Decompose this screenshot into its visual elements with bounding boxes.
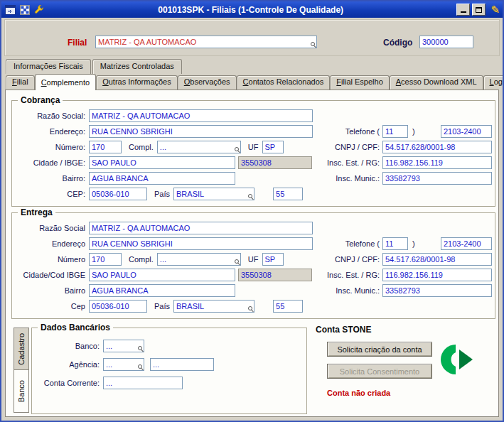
- cobranca-pais-input[interactable]: [173, 188, 254, 200]
- lookup-icon[interactable]: [137, 345, 144, 352]
- upper-tab-bar: Informações Fiscais Matrizes Controladas: [6, 59, 182, 74]
- cobranca-bairro-input[interactable]: [89, 172, 235, 185]
- dados-bancarios-title: Dados Bancários: [38, 323, 113, 332]
- tab-complemento[interactable]: Complemento: [35, 74, 97, 90]
- wrench-icon[interactable]: [33, 4, 45, 16]
- cobranca-compl-input[interactable]: [157, 141, 241, 153]
- filial-input[interactable]: [95, 36, 317, 48]
- form-row: Bairro:: [14, 171, 326, 186]
- maximize-button[interactable]: [472, 4, 486, 16]
- conta-corrente-input[interactable]: [103, 377, 183, 389]
- codigo-input[interactable]: [419, 36, 473, 48]
- pais-label: País: [147, 302, 173, 310]
- entrega-uf-input[interactable]: [262, 253, 284, 266]
- endereco-label: Endereço: [14, 239, 89, 248]
- lookup-icon[interactable]: [234, 259, 240, 265]
- solicita-criacao-conta-button[interactable]: Solicita criação da conta: [327, 342, 432, 357]
- solicita-consentimento-button: Solicita Consentimento: [327, 364, 432, 379]
- cobranca-insc-mun-input[interactable]: [382, 172, 492, 185]
- cobranca-cep-input[interactable]: [89, 188, 147, 200]
- tab-acesso-download-xml[interactable]: Acesso Download XML: [390, 75, 483, 90]
- side-tab-cadastro[interactable]: Cadastro: [14, 328, 29, 370]
- cnpj-cpf-label: CNPJ / CPF:: [318, 255, 382, 264]
- dados-bancarios-group: Dados Bancários Banco: Agência:: [31, 328, 307, 414]
- telefone-label: Telefone (: [318, 127, 382, 136]
- form-row: Bairro: [14, 283, 326, 298]
- tab-observacoes[interactable]: Observações: [178, 75, 237, 90]
- side-tab-banco[interactable]: Banco: [14, 370, 29, 413]
- entrega-telefone-input[interactable]: [441, 237, 492, 250]
- agencia-descricao-input[interactable]: [150, 358, 214, 371]
- tab-filial[interactable]: Filial: [6, 75, 35, 90]
- edit-pencil-icon[interactable]: ✎: [490, 4, 500, 15]
- cobranca-ibge-input: [238, 156, 312, 169]
- form-row: Insc. Est. / RG:: [318, 267, 492, 283]
- app-window: 001013SPK - Filiais (1-Controle De Quali…: [0, 0, 504, 422]
- entrega-cidade-input[interactable]: [89, 269, 235, 281]
- numero-label: Número:: [14, 143, 89, 151]
- entrega-endereco-input[interactable]: [89, 237, 313, 250]
- cep-label: CEP:: [14, 190, 89, 198]
- minimize-icon: [461, 11, 466, 13]
- cobranca-telefone-input[interactable]: [441, 125, 492, 138]
- form-row: Cep País: [14, 298, 326, 314]
- entrega-ddd-input[interactable]: [382, 237, 408, 250]
- insc-munic-label: Insc. Munic.:: [318, 286, 382, 295]
- cobranca-insc-est-input[interactable]: [382, 156, 492, 169]
- cobranca-ddi-input[interactable]: [273, 188, 303, 200]
- form-row: Endereço: [14, 236, 326, 251]
- tab-matrizes-controladas[interactable]: Matrizes Controladas: [92, 59, 182, 74]
- side-tab-label: Cadastro: [17, 333, 26, 365]
- cobranca-left-column: Razão Social: Endereço: Número: Compl. U…: [14, 108, 326, 202]
- maximize-icon: [476, 7, 482, 13]
- lookup-icon[interactable]: [137, 364, 144, 370]
- numero-label: Número: [14, 255, 89, 264]
- entrega-cep-input[interactable]: [89, 300, 147, 313]
- entrega-razao-social-input[interactable]: [89, 222, 313, 234]
- tab-outras-informacoes[interactable]: Outras Informações: [96, 75, 178, 90]
- insc-est-rg-label: Insc. Est. / RG:: [318, 158, 382, 167]
- entrega-bairro-input[interactable]: [89, 284, 235, 297]
- form-row: Agência:: [33, 355, 304, 374]
- cidade-ibge-label: Cidade / IBGE:: [14, 158, 89, 167]
- conta-corrente-label: Conta Corrente:: [33, 379, 103, 387]
- cnpj-cpf-label: CNPJ / CPF:: [318, 143, 382, 151]
- compl-label: Compl.: [122, 143, 157, 151]
- tab-filial-espelho[interactable]: Filial Espelho: [330, 75, 389, 90]
- entrega-insc-mun-input[interactable]: [382, 284, 492, 297]
- cep-label: Cep: [14, 302, 89, 310]
- cobranca-numero-input[interactable]: [89, 141, 122, 153]
- cobranca-endereco-input[interactable]: [89, 125, 313, 138]
- form-row: Insc. Munic.:: [318, 283, 492, 298]
- cobranca-cidade-input[interactable]: [89, 156, 235, 169]
- complemento-tab-content: Cobrança Razão Social: Endereço: Número:…: [5, 90, 499, 417]
- side-tab-label: Banco: [17, 380, 26, 402]
- entrega-numero-input[interactable]: [89, 253, 122, 266]
- minimize-button[interactable]: [456, 4, 470, 16]
- lookup-icon[interactable]: [247, 193, 254, 200]
- tab-informacoes-fiscais[interactable]: Informações Fiscais: [6, 59, 91, 74]
- endereco-label: Endereço:: [14, 127, 89, 136]
- agencia-field: [103, 358, 144, 371]
- entrega-insc-est-input[interactable]: [382, 269, 492, 281]
- compl-field: [157, 141, 241, 153]
- lookup-icon[interactable]: [310, 41, 316, 48]
- pais-label: País: [147, 190, 173, 198]
- tab-contatos-relacionados[interactable]: Contatos Relacionados: [237, 75, 331, 90]
- cobranca-razao-social-input[interactable]: [89, 109, 313, 122]
- cobranca-cnpj-input[interactable]: [382, 141, 492, 153]
- entrega-compl-input[interactable]: [157, 253, 241, 266]
- compl-field: [157, 253, 241, 266]
- form-row: Banco:: [33, 337, 304, 355]
- entrega-pais-input[interactable]: [173, 300, 254, 313]
- agencia-label: Agência:: [33, 360, 103, 369]
- cobranca-ddd-input[interactable]: [382, 125, 408, 138]
- entrega-ddi-input[interactable]: [273, 300, 303, 313]
- entrega-right-column: Telefone ( ) CNPJ / CPF: Insc. Est. / RG…: [318, 236, 492, 298]
- lookup-icon[interactable]: [247, 305, 254, 312]
- cobranca-uf-input[interactable]: [262, 141, 284, 153]
- tab-log[interactable]: Log: [483, 75, 504, 90]
- insc-est-rg-label: Insc. Est. / RG:: [318, 271, 382, 279]
- entrega-cnpj-input[interactable]: [382, 253, 492, 266]
- lookup-icon[interactable]: [234, 146, 240, 153]
